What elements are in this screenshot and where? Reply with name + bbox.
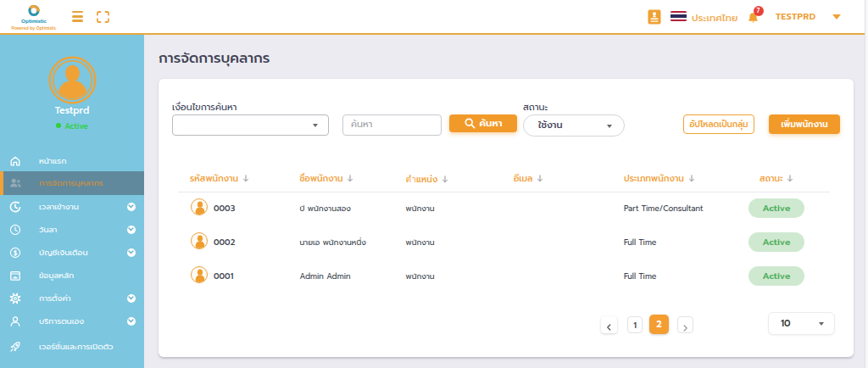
svg-text:$: $ xyxy=(14,247,18,257)
